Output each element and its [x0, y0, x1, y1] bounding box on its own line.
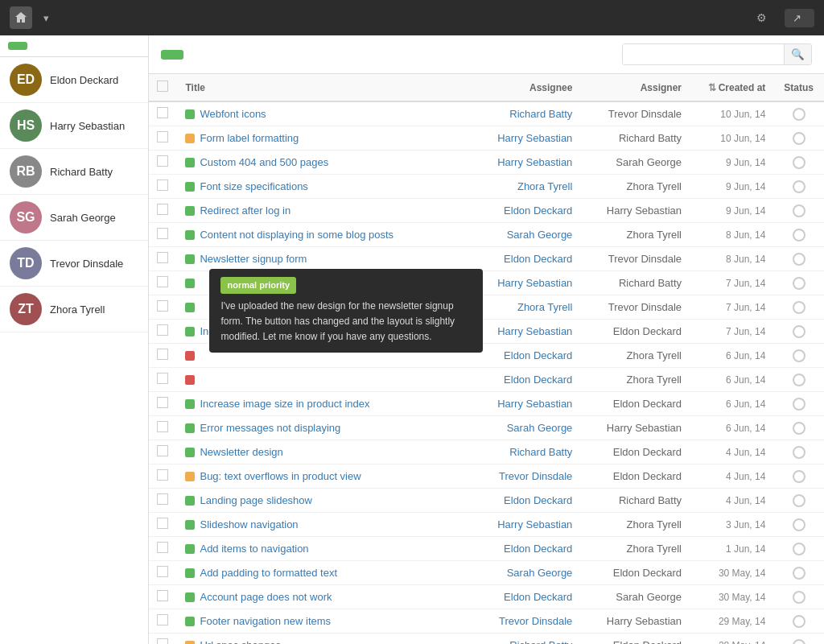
task-link[interactable]: Landing page slideshow — [200, 494, 312, 506]
status-circle[interactable] — [793, 374, 805, 386]
row-checkbox[interactable] — [157, 300, 168, 312]
status-circle[interactable] — [793, 108, 805, 121]
assignee-link[interactable]: Trevor Dinsdale — [499, 615, 572, 627]
status-circle[interactable] — [793, 494, 805, 507]
collaborator-item[interactable]: ED Eldon Deckard — [0, 57, 148, 103]
search-input[interactable] — [623, 44, 784, 64]
table-row[interactable]: Slideshow navigation Harry Sebastian Zho… — [149, 513, 824, 537]
status-circle[interactable] — [793, 446, 805, 459]
task-link[interactable]: Bug: text overflows in product view — [200, 470, 360, 482]
status-circle[interactable] — [793, 277, 805, 290]
table-row[interactable]: Custom 404 and 500 pages Harry Sebastian… — [149, 151, 824, 175]
assignee-link[interactable]: Richard Batty — [509, 446, 572, 458]
assignee-link[interactable]: Eldon Deckard — [504, 591, 572, 603]
task-link[interactable]: Redirect after log in — [200, 204, 290, 217]
table-row[interactable]: Increase image size in product index Har… — [149, 392, 824, 416]
task-link[interactable]: Webfont icons — [200, 108, 266, 120]
assignee-link[interactable]: Zhora Tyrell — [517, 301, 572, 313]
task-link[interactable]: Increase image size in product index — [200, 398, 369, 410]
table-row[interactable]: Newsletter design Richard Batty Eldon De… — [149, 440, 824, 464]
task-link[interactable]: Newsletter signup form — [200, 253, 307, 265]
row-checkbox[interactable] — [157, 542, 168, 553]
row-checkbox[interactable] — [157, 421, 168, 432]
task-link[interactable]: Form label formatting — [200, 132, 299, 144]
task-link[interactable]: Footer navigation new items — [200, 615, 331, 627]
status-circle[interactable] — [793, 398, 805, 411]
assignee-link[interactable]: Harry Sebastian — [497, 518, 572, 530]
task-link[interactable]: Add padding to formatted text — [200, 567, 337, 579]
row-checkbox[interactable] — [157, 131, 168, 142]
table-row[interactable]: Add padding to formatted text Sarah Geor… — [149, 561, 824, 585]
task-link[interactable]: Slideshow navigation — [200, 518, 298, 530]
assignee-link[interactable]: Harry Sebastian — [497, 132, 572, 144]
task-link[interactable]: Url spec changes — [200, 639, 280, 644]
row-checkbox[interactable] — [157, 518, 168, 529]
collaborator-item[interactable]: ZT Zhora Tyrell — [0, 287, 148, 332]
collaborator-item[interactable]: SG Sarah George — [0, 195, 148, 241]
search-button[interactable]: 🔍 — [784, 44, 811, 64]
row-checkbox[interactable] — [157, 349, 168, 360]
table-row[interactable]: Add items to navigation Eldon Deckard Zh… — [149, 537, 824, 561]
assignee-link[interactable]: Eldon Deckard — [504, 349, 572, 361]
status-circle[interactable] — [793, 349, 805, 362]
collaborator-item[interactable]: HS Harry Sebastian — [0, 103, 148, 149]
status-circle[interactable] — [793, 615, 805, 628]
select-all-checkbox[interactable] — [157, 80, 168, 92]
invite-button[interactable] — [8, 42, 27, 50]
row-checkbox[interactable] — [157, 228, 168, 239]
table-row[interactable]: Webfont icons Richard Batty Trevor Dinsd… — [149, 101, 824, 126]
status-circle[interactable] — [793, 132, 805, 145]
row-checkbox[interactable] — [157, 180, 168, 191]
site-section[interactable]: ↗ — [785, 9, 814, 27]
task-link[interactable]: Font size specifications — [200, 180, 307, 192]
task-link[interactable]: Newsletter design — [200, 446, 282, 458]
header-created[interactable]: ⇅Created at — [690, 74, 773, 101]
assignee-link[interactable]: Harry Sebastian — [497, 277, 572, 289]
assignee-link[interactable]: Sarah George — [507, 422, 573, 434]
assignee-link[interactable]: Richard Batty — [509, 639, 572, 644]
row-checkbox[interactable] — [157, 469, 168, 481]
status-circle[interactable] — [793, 422, 805, 435]
status-circle[interactable] — [793, 591, 805, 604]
app-dropdown-arrow[interactable]: ▾ — [43, 12, 49, 24]
status-circle[interactable] — [793, 567, 805, 580]
status-circle[interactable] — [793, 156, 805, 169]
row-checkbox[interactable] — [157, 373, 168, 384]
table-row[interactable]: Content not displaying in some blog post… — [149, 223, 824, 247]
user-section[interactable]: ⚙ — [756, 11, 772, 24]
assignee-link[interactable]: Eldon Deckard — [504, 374, 572, 386]
table-row[interactable]: Footer navigation new items Trevor Dinsd… — [149, 609, 824, 634]
collaborator-item[interactable]: TD Trevor Dinsdale — [0, 241, 148, 287]
assignee-link[interactable]: Eldon Deckard — [504, 253, 572, 265]
status-circle[interactable] — [793, 229, 805, 242]
task-link[interactable]: Error messages not displaying — [200, 422, 340, 434]
row-checkbox[interactable] — [157, 107, 168, 118]
row-checkbox[interactable] — [157, 566, 168, 577]
row-checkbox[interactable] — [157, 204, 168, 215]
row-checkbox[interactable] — [157, 493, 168, 505]
table-row[interactable]: Eldon Deckard Zhora Tyrell 6 Jun, 14 — [149, 368, 824, 392]
assignee-link[interactable]: Harry Sebastian — [497, 398, 572, 410]
table-row[interactable]: Landing page slideshow Eldon Deckard Ric… — [149, 489, 824, 513]
table-row[interactable]: Newsletter signup form normal priority I… — [149, 247, 824, 271]
table-row[interactable]: Account page does not work Eldon Deckard… — [149, 585, 824, 609]
task-link[interactable]: Custom 404 and 500 pages — [200, 156, 328, 168]
assignee-link[interactable]: Sarah George — [507, 229, 573, 241]
row-checkbox[interactable] — [157, 324, 168, 336]
status-circle[interactable] — [793, 543, 805, 555]
row-checkbox[interactable] — [157, 155, 168, 167]
assignee-link[interactable]: Eldon Deckard — [504, 494, 572, 506]
assignee-link[interactable]: Zhora Tyrell — [517, 180, 572, 192]
task-link[interactable]: Content not displaying in some blog post… — [200, 229, 393, 241]
row-checkbox[interactable] — [157, 614, 168, 625]
status-circle[interactable] — [793, 639, 805, 644]
row-checkbox[interactable] — [157, 638, 168, 644]
status-circle[interactable] — [793, 325, 805, 338]
status-circle[interactable] — [793, 518, 805, 531]
table-row[interactable]: Url spec changes Richard Batty Eldon Dec… — [149, 634, 824, 645]
row-checkbox[interactable] — [157, 397, 168, 408]
task-link[interactable]: Add items to navigation — [200, 543, 308, 555]
status-circle[interactable] — [793, 301, 805, 314]
table-row[interactable]: Redirect after log in Eldon Deckard Harr… — [149, 199, 824, 223]
assignee-link[interactable]: Richard Batty — [509, 108, 572, 120]
